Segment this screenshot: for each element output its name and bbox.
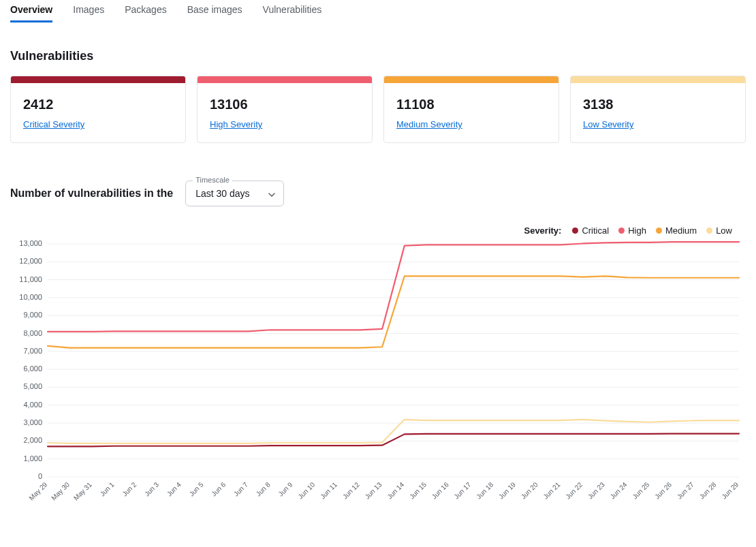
tab-overview[interactable]: Overview — [10, 0, 52, 22]
svg-text:Jun 6: Jun 6 — [210, 480, 227, 497]
card-bar — [11, 76, 185, 83]
card-value: 3138 — [583, 97, 733, 112]
svg-text:Jun 16: Jun 16 — [430, 480, 450, 500]
svg-text:May 29: May 29 — [27, 480, 48, 501]
legend-label: High — [628, 225, 646, 236]
svg-text:Jun 5: Jun 5 — [188, 480, 205, 497]
svg-text:1,000: 1,000 — [23, 454, 42, 463]
svg-text:Jun 26: Jun 26 — [653, 480, 673, 500]
svg-text:11,000: 11,000 — [19, 275, 42, 283]
legend-item-low: Low — [706, 225, 732, 236]
chart-legend: Severity: Critical High Medium Low — [10, 206, 746, 238]
tab-vulnerabilities[interactable]: Vulnerabilities — [263, 0, 322, 20]
svg-text:0: 0 — [38, 472, 42, 480]
tab-base-images[interactable]: Base images — [187, 0, 242, 20]
svg-text:2,000: 2,000 — [23, 436, 42, 444]
legend-label: Medium — [665, 225, 697, 236]
legend-item-medium: Medium — [656, 225, 697, 236]
svg-text:6,000: 6,000 — [23, 364, 42, 373]
svg-text:Jun 8: Jun 8 — [255, 480, 272, 497]
legend-label: Critical — [582, 225, 609, 236]
svg-text:May 30: May 30 — [50, 480, 71, 501]
chart: 01,0002,0003,0004,0005,0006,0007,0008,00… — [10, 238, 746, 525]
svg-text:4,000: 4,000 — [23, 401, 42, 409]
svg-text:Jun 29: Jun 29 — [720, 480, 740, 500]
card-low: 3138 Low Severity — [570, 76, 746, 143]
svg-text:Jun 1: Jun 1 — [99, 480, 116, 497]
svg-text:Jun 22: Jun 22 — [564, 480, 584, 500]
svg-text:Jun 15: Jun 15 — [408, 480, 428, 500]
legend-item-high: High — [618, 225, 646, 236]
legend-dot — [572, 228, 578, 234]
card-bar — [198, 76, 372, 83]
timescale-select[interactable]: Timescale Last 30 days — [185, 181, 284, 206]
legend-dot — [706, 228, 712, 234]
svg-text:Jun 13: Jun 13 — [364, 480, 383, 500]
card-link-medium[interactable]: Medium Severity — [396, 119, 462, 129]
svg-text:12,000: 12,000 — [19, 257, 42, 265]
svg-text:10,000: 10,000 — [19, 293, 42, 301]
tab-packages[interactable]: Packages — [125, 0, 166, 20]
svg-text:Jun 18: Jun 18 — [475, 480, 494, 500]
svg-text:Jun 12: Jun 12 — [341, 480, 361, 500]
svg-text:13,000: 13,000 — [19, 239, 42, 247]
svg-text:Jun 19: Jun 19 — [497, 480, 517, 500]
card-high: 13106 High Severity — [197, 76, 373, 143]
svg-text:3,000: 3,000 — [23, 418, 42, 426]
chart-section: Number of vulnerabilities in the Timesca… — [0, 143, 756, 525]
card-bar — [384, 76, 558, 83]
svg-text:9,000: 9,000 — [23, 311, 42, 319]
chart-title: Number of vulnerabilities in the — [10, 187, 173, 200]
select-label: Timescale — [193, 176, 232, 184]
svg-text:Jun 17: Jun 17 — [452, 480, 472, 500]
chart-header: Number of vulnerabilities in the Timesca… — [10, 181, 746, 206]
card-link-high[interactable]: High Severity — [210, 119, 262, 129]
card-value: 11108 — [396, 97, 546, 112]
card-link-low[interactable]: Low Severity — [583, 119, 633, 129]
svg-text:Jun 23: Jun 23 — [586, 480, 606, 500]
legend-label: Low — [716, 225, 732, 236]
vulnerabilities-summary: Vulnerabilities 2412 Critical Severity 1… — [0, 23, 756, 143]
svg-text:Jun 27: Jun 27 — [676, 480, 695, 500]
legend-dot — [618, 228, 625, 234]
svg-text:May 31: May 31 — [72, 480, 93, 501]
svg-text:7,000: 7,000 — [23, 347, 42, 355]
svg-text:Jun 7: Jun 7 — [232, 480, 249, 497]
card-bar — [571, 76, 745, 83]
select-value: Last 30 days — [195, 188, 249, 199]
svg-text:Jun 9: Jun 9 — [277, 480, 294, 497]
svg-text:Jun 4: Jun 4 — [166, 480, 183, 497]
svg-text:8,000: 8,000 — [23, 329, 42, 337]
svg-text:Jun 20: Jun 20 — [520, 480, 539, 500]
svg-text:Jun 11: Jun 11 — [319, 480, 338, 500]
legend-dot — [656, 228, 662, 234]
legend-item-critical: Critical — [572, 225, 609, 236]
svg-text:Jun 10: Jun 10 — [296, 480, 316, 500]
svg-text:Jun 24: Jun 24 — [609, 480, 629, 500]
svg-text:Jun 28: Jun 28 — [698, 480, 718, 500]
card-medium: 11108 Medium Severity — [383, 76, 559, 143]
card-critical: 2412 Critical Severity — [10, 76, 186, 143]
tabs: Overview Images Packages Base images Vul… — [0, 0, 756, 23]
chevron-down-icon — [268, 188, 275, 199]
severity-cards: 2412 Critical Severity 13106 High Severi… — [10, 76, 746, 143]
tab-images[interactable]: Images — [73, 0, 104, 20]
svg-text:Jun 14: Jun 14 — [385, 480, 405, 500]
card-link-critical[interactable]: Critical Severity — [23, 119, 84, 129]
svg-text:Jun 25: Jun 25 — [631, 480, 650, 500]
card-value: 2412 — [23, 97, 173, 112]
section-title: Vulnerabilities — [10, 49, 746, 63]
card-value: 13106 — [210, 97, 360, 112]
svg-text:Jun 21: Jun 21 — [541, 480, 561, 500]
svg-text:5,000: 5,000 — [23, 382, 42, 390]
legend-title: Severity: — [524, 225, 561, 236]
svg-text:Jun 3: Jun 3 — [143, 480, 160, 497]
svg-text:Jun 2: Jun 2 — [121, 480, 138, 497]
